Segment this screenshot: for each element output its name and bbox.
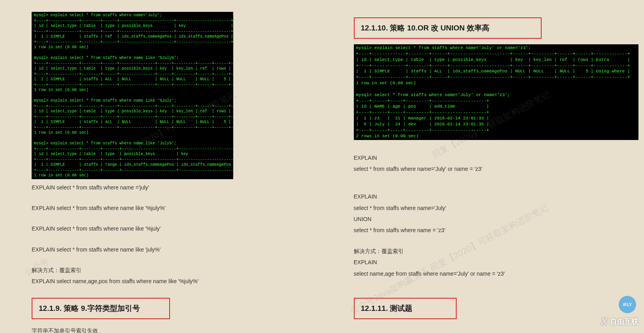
- solution-note-2: 解决方式：覆盖索引: [354, 247, 613, 255]
- explain-kw-2: EXPLAIN: [354, 192, 613, 201]
- heading-12-1-11: 12.1.11. 测试题: [361, 303, 449, 314]
- heading-box-11: 12.1.11. 测试题: [354, 298, 457, 319]
- right-page: 12.1.10. 策略 10.OR 改 UNION 效率高 mysql> exp…: [322, 0, 644, 333]
- explain-kw-1: EXPLAIN: [354, 153, 613, 162]
- heading-box-10: 12.1.10. 策略 10.OR 改 UNION 效率高: [354, 17, 542, 39]
- explain-line-1: EXPLAIN select * from staffs where name …: [32, 183, 291, 192]
- terminal-block-3: mysql> explain select * from staffs wher…: [354, 44, 638, 140]
- ifly-badge-icon: iFLY: [619, 296, 636, 313]
- select-line-4: select name,age from staffs where name='…: [354, 269, 613, 278]
- logo-x-icon: X: [601, 315, 608, 327]
- select-line-3: select * from staffs where name = 'z3': [354, 226, 613, 235]
- union-kw: UNION: [354, 215, 613, 223]
- heading-12-1-9: 12.1.9. 策略 9.字符类型加引号: [39, 303, 163, 314]
- solution-note-1: 解决方式：覆盖索引: [32, 266, 291, 274]
- heading-box-9: 12.1.9. 策略 9.字符类型加引号: [32, 298, 170, 319]
- explain-line-3: EXPLAIN select * from staffs where name …: [32, 224, 291, 233]
- select-line-2: select * from staffs where name='July': [354, 204, 613, 212]
- explain-kw-3: EXPLAIN: [354, 258, 613, 267]
- note-string-quote: 字符串不加单引号索引失效: [32, 326, 291, 333]
- heading-12-1-10: 12.1.10. 策略 10.OR 改 UNION 效率高: [361, 23, 534, 33]
- select-line-1: select * from staffs where name='July' o…: [354, 165, 613, 173]
- terminal-block-1: mysql> explain select * from staffs wher…: [32, 12, 233, 179]
- explain-line-4: EXPLAIN select * from staffs where name …: [32, 245, 291, 254]
- left-page: mysql> explain select * from staffs wher…: [0, 0, 322, 333]
- site-logo: X 自由互联: [601, 315, 638, 327]
- explain-line-2: EXPLAIN select * from staffs where name …: [32, 204, 291, 212]
- explain-line-5: EXPLAIN select name,age,pos from staffs …: [32, 277, 291, 286]
- logo-text: 自由互联: [610, 317, 638, 326]
